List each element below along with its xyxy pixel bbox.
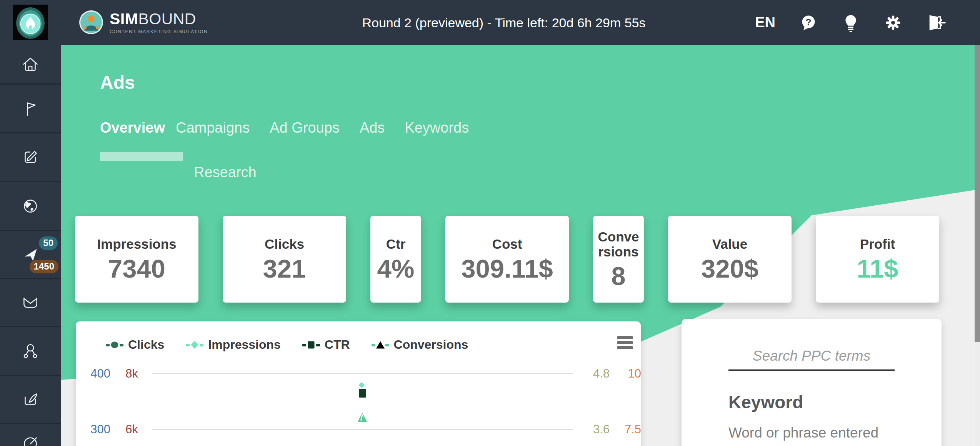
tab-ad-groups[interactable]: Ad Groups — [270, 120, 340, 136]
scrollbar-track[interactable] — [975, 45, 980, 446]
flame-logo-icon[interactable] — [13, 5, 48, 40]
sidebar-item-campaign-flag[interactable] — [0, 85, 61, 133]
metric-label: Conversions — [597, 230, 640, 259]
legend-item-ctr[interactable]: CTR — [302, 338, 350, 352]
metric-card-value: Value 320$ — [668, 216, 792, 303]
tab-keywords[interactable]: Keywords — [405, 120, 469, 136]
tab-campaigns[interactable]: Campaigns — [176, 120, 250, 136]
axis-tick-ctr: 4.8 — [583, 367, 610, 381]
axis-tick-ctr: 3.6 — [583, 423, 610, 436]
brand[interactable]: SIMBOUND CONTENT MARKETING SIMULATION — [79, 10, 208, 35]
ctr-marker-icon — [302, 340, 320, 350]
legend-label: Conversions — [394, 338, 468, 352]
active-tab-indicator — [100, 152, 183, 161]
ads-badge-budget: 1450 — [30, 260, 58, 273]
flag-icon — [20, 98, 40, 118]
globe-icon — [20, 196, 40, 216]
tab-overview[interactable]: Overview — [100, 120, 165, 136]
keyword-heading: Keyword — [728, 392, 803, 413]
axis-tick-impressions: 8k — [111, 367, 138, 381]
metric-card-ctr: Ctr 4% — [370, 216, 421, 303]
axis-tick-clicks: 300 — [83, 423, 110, 436]
legend-label: CTR — [325, 338, 350, 352]
home-icon — [20, 54, 40, 74]
logout-icon[interactable] — [926, 13, 946, 32]
sidebar-item-ads[interactable]: 50 1450 — [0, 231, 61, 279]
tab-research[interactable]: Research — [194, 164, 257, 181]
sidebar-item-content[interactable] — [0, 376, 61, 424]
search-ppc-terms-input[interactable] — [728, 348, 895, 371]
ppc-terms-panel: Keyword Word or phrase entered — [682, 319, 942, 446]
metric-label: Profit — [860, 237, 895, 252]
keyword-description: Word or phrase entered — [728, 423, 905, 443]
metric-label: Value — [712, 237, 747, 252]
ads-badge-count: 50 — [39, 236, 58, 250]
tab-ads[interactable]: Ads — [360, 120, 385, 136]
brand-text: SIMBOUND CONTENT MARKETING SIMULATION — [110, 11, 208, 34]
topbar-actions: EN ? — [755, 0, 946, 45]
metric-card-profit: Profit 11$ — [816, 216, 939, 303]
axis-tick-conversions: 10 — [614, 367, 641, 381]
legend-item-clicks[interactable]: Clicks — [106, 338, 164, 352]
sidebar-item-web[interactable] — [0, 182, 61, 231]
brand-name: SIMBOUND — [110, 11, 208, 27]
axis-tick-clicks: 400 — [83, 367, 110, 381]
settings-gear-icon[interactable] — [884, 13, 902, 32]
legend-item-impressions[interactable]: Impressions — [186, 338, 281, 352]
legend-label: Impressions — [208, 338, 281, 352]
metric-label: Cost — [492, 237, 522, 252]
metric-label: Clicks — [265, 237, 304, 252]
main-content: Ads Overview Campaigns Ad Groups Ads Key… — [61, 45, 980, 446]
sidebar: 50 1450 — [0, 45, 61, 446]
brand-tagline: CONTENT MARKETING SIMULATION — [110, 29, 208, 34]
sidebar-item-compose[interactable] — [0, 133, 61, 182]
brand-name-light: BOUND — [138, 10, 196, 28]
data-point-impressions[interactable] — [359, 382, 365, 388]
gridline — [152, 429, 573, 430]
sidebar-item-home[interactable] — [0, 45, 61, 85]
quill-pen-icon — [20, 389, 40, 409]
sidebar-item-mail[interactable] — [0, 279, 61, 327]
clicks-marker-icon — [106, 340, 123, 350]
metric-value: 11$ — [857, 256, 898, 281]
scrollbar-thumb[interactable] — [975, 45, 980, 342]
metric-label: Impressions — [97, 237, 176, 252]
sidebar-item-analytics[interactable] — [0, 424, 61, 446]
metric-card-conversions: Conversions 8 — [593, 216, 644, 303]
mail-icon — [20, 293, 40, 313]
idea-lightbulb-icon[interactable] — [842, 13, 860, 32]
app-root: SIMBOUND CONTENT MARKETING SIMULATION Ro… — [0, 0, 980, 446]
metric-value: 7340 — [108, 256, 165, 281]
legend-label: Clicks — [128, 338, 164, 352]
performance-chart-card: Clicks Impressions CTR Conversions — [76, 321, 641, 446]
topbar: SIMBOUND CONTENT MARKETING SIMULATION Ro… — [0, 0, 980, 45]
edit-square-icon — [20, 147, 40, 167]
metric-value: 4% — [377, 256, 415, 281]
chart-menu-icon[interactable] — [617, 336, 633, 351]
language-selector[interactable]: EN — [755, 14, 775, 31]
axis-tick-conversions: 7.5 — [614, 423, 641, 436]
metric-value: 309.11$ — [461, 256, 553, 281]
legend-item-conversions[interactable]: Conversions — [372, 338, 468, 352]
data-point-ctr[interactable] — [359, 389, 366, 398]
metric-value: 320$ — [701, 256, 758, 281]
metric-card-cost: Cost 309.11$ — [445, 216, 569, 303]
axis-tick-impressions: 6k — [111, 423, 138, 436]
metric-card-clicks: Clicks 321 — [223, 216, 346, 303]
gridline — [152, 373, 573, 374]
people-network-icon — [20, 341, 40, 361]
conversions-marker-icon — [372, 340, 389, 350]
page-title: Ads — [100, 72, 135, 93]
metric-cards: Impressions 7340 Clicks 321 Ctr 4% Cost … — [75, 216, 939, 303]
brand-name-bold: SIM — [110, 10, 138, 28]
svg-text:?: ? — [806, 17, 812, 27]
impressions-marker-icon — [186, 340, 203, 350]
metric-value: 321 — [263, 256, 306, 281]
help-icon[interactable]: ? — [799, 13, 818, 32]
chart-legend: Clicks Impressions CTR Conversions — [106, 338, 468, 352]
round-status: Round 2 (previewed) - Time left: 20d 6h … — [362, 15, 645, 30]
metric-value: 8 — [611, 263, 625, 289]
metric-card-impressions: Impressions 7340 — [75, 216, 198, 303]
sidebar-item-audience[interactable] — [0, 327, 61, 376]
metric-label: Ctr — [386, 237, 406, 252]
